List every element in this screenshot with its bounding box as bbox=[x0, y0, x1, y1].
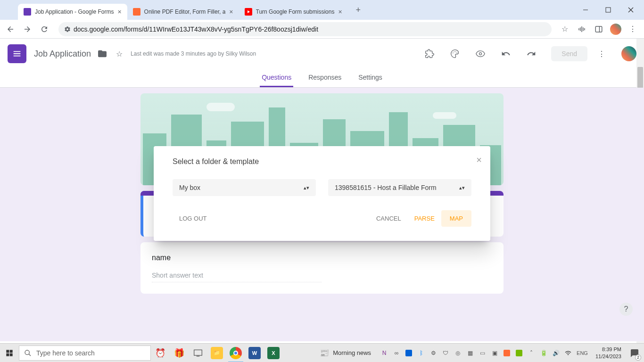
taskbar-search[interactable]: Type here to search bbox=[19, 346, 151, 361]
start-button[interactable] bbox=[0, 344, 19, 362]
bookmark-star-icon[interactable]: ☆ bbox=[559, 24, 570, 35]
template-select-value: 1398581615 - Host a Fillable Form bbox=[335, 184, 437, 191]
modal-title: Select a folder & template bbox=[173, 157, 471, 166]
chrome-menu-icon[interactable]: ⋮ bbox=[627, 24, 638, 35]
svg-point-8 bbox=[455, 51, 456, 52]
tray-icon[interactable]: ◎ bbox=[454, 349, 462, 357]
tray-icon[interactable] bbox=[503, 349, 511, 357]
redo-icon[interactable] bbox=[526, 48, 537, 59]
language-indicator[interactable]: ENG bbox=[577, 349, 588, 357]
account-avatar[interactable] bbox=[621, 46, 636, 61]
bluetooth-icon[interactable]: ᛒ bbox=[417, 349, 425, 357]
tray-chevron-up-icon[interactable]: ˄ bbox=[528, 349, 535, 357]
tray-icon[interactable]: ▦ bbox=[466, 349, 474, 357]
tab-search-icon[interactable] bbox=[4, 3, 18, 17]
tab-title: Online PDF Editor, Form Filler, a bbox=[144, 8, 226, 15]
tab-responses[interactable]: Responses bbox=[306, 69, 343, 87]
browser-tab[interactable]: Online PDF Editor, Form Filler, a × bbox=[127, 4, 239, 20]
tray-box-icon[interactable] bbox=[405, 349, 413, 357]
tab-close-icon[interactable]: × bbox=[229, 8, 233, 16]
wifi-icon[interactable] bbox=[564, 349, 572, 357]
help-button[interactable]: ? bbox=[619, 303, 633, 316]
new-tab-button[interactable]: + bbox=[352, 3, 365, 16]
svg-rect-13 bbox=[6, 353, 9, 356]
forms-tabs: Questions Responses Settings bbox=[0, 69, 644, 88]
tab-close-icon[interactable]: × bbox=[338, 8, 342, 16]
file-explorer-icon[interactable]: 📁 bbox=[207, 344, 226, 362]
form-title[interactable]: Job Application bbox=[34, 49, 91, 59]
chrome-taskbar-icon[interactable] bbox=[226, 344, 245, 362]
parse-button[interactable]: PARSE bbox=[408, 211, 441, 226]
window-controls bbox=[580, 4, 640, 16]
windows-taskbar: Type here to search ⏰ 🎁 📁 W X 📰 Morning … bbox=[0, 343, 644, 362]
excel-taskbar-icon[interactable]: X bbox=[264, 344, 283, 362]
more-menu-icon[interactable]: ⋮ bbox=[596, 48, 607, 59]
browser-tab-active[interactable]: Job Application - Google Forms × bbox=[18, 4, 127, 20]
date-text: 11/24/2023 bbox=[595, 353, 621, 360]
svg-point-9 bbox=[457, 53, 458, 54]
news-widget[interactable]: 📰 Morning news bbox=[314, 348, 377, 357]
google-forms-logo[interactable] bbox=[8, 44, 26, 63]
reload-button[interactable] bbox=[38, 23, 51, 36]
folder-select-value: My box bbox=[179, 184, 200, 191]
addons-icon[interactable] bbox=[424, 48, 435, 59]
tray-icon[interactable] bbox=[515, 349, 523, 357]
move-folder-icon[interactable] bbox=[97, 48, 108, 59]
modal-close-icon[interactable]: × bbox=[476, 155, 482, 165]
tray-icon[interactable]: N bbox=[380, 349, 388, 357]
address-bar[interactable]: docs.google.com/forms/d/11WIrwEo13JT43wX… bbox=[58, 22, 552, 36]
star-icon[interactable]: ☆ bbox=[114, 48, 125, 59]
taskbar-app-icon[interactable]: 🎁 bbox=[170, 344, 189, 362]
browser-tab[interactable]: Turn Google Form submissions × bbox=[239, 4, 348, 20]
cancel-button[interactable]: CANCEL bbox=[370, 211, 408, 226]
side-panel-icon[interactable] bbox=[593, 24, 604, 35]
question-title[interactable]: name bbox=[152, 254, 492, 262]
task-view-button[interactable] bbox=[189, 344, 207, 362]
folder-select[interactable]: My box ▴▾ bbox=[173, 179, 316, 196]
profile-avatar[interactable] bbox=[610, 24, 621, 35]
news-label: Morning news bbox=[333, 349, 371, 356]
url-text: docs.google.com/forms/d/11WIrwEo13JT43wX… bbox=[74, 25, 318, 33]
notification-badge: 2 bbox=[635, 354, 641, 361]
notification-center-button[interactable]: 2 bbox=[625, 344, 644, 362]
logout-button[interactable]: LOG OUT bbox=[173, 211, 214, 226]
tray-icon[interactable]: ⚙ bbox=[429, 349, 437, 357]
tray-icon[interactable]: ▣ bbox=[491, 349, 498, 357]
volume-icon[interactable]: 🔊 bbox=[552, 349, 560, 357]
minimize-button[interactable] bbox=[580, 4, 591, 16]
maximize-button[interactable] bbox=[603, 4, 614, 16]
preview-icon[interactable] bbox=[475, 48, 486, 59]
svg-point-15 bbox=[25, 350, 29, 354]
tray-icon[interactable]: ▭ bbox=[479, 349, 486, 357]
question-card[interactable]: name Short answer text bbox=[140, 242, 504, 294]
back-button[interactable] bbox=[4, 23, 17, 36]
svg-rect-12 bbox=[10, 350, 13, 353]
send-button[interactable]: Send bbox=[551, 46, 587, 61]
site-settings-icon[interactable] bbox=[64, 26, 71, 33]
clock[interactable]: 8:39 PM 11/24/2023 bbox=[592, 346, 625, 360]
system-tray: N ∞ ᛒ ⚙ 🛡 ◎ ▦ ▭ ▣ ˄ 🔋 🔊 ENG bbox=[377, 349, 592, 357]
template-select[interactable]: 1398581615 - Host a Fillable Form ▴▾ bbox=[328, 179, 471, 196]
svg-rect-1 bbox=[606, 8, 611, 12]
taskbar-app-icon[interactable]: ⏰ bbox=[151, 344, 170, 362]
tab-settings[interactable]: Settings bbox=[356, 69, 384, 87]
battery-icon[interactable]: 🔋 bbox=[540, 349, 547, 357]
theme-icon[interactable] bbox=[449, 48, 461, 59]
favicon-pdf-icon bbox=[133, 8, 140, 16]
undo-icon[interactable] bbox=[500, 48, 512, 59]
svg-rect-14 bbox=[10, 353, 13, 356]
svg-point-10 bbox=[479, 53, 482, 55]
forward-button[interactable] bbox=[21, 23, 34, 36]
tab-close-icon[interactable]: × bbox=[117, 8, 121, 16]
search-placeholder: Type here to search bbox=[36, 349, 95, 357]
close-window-button[interactable] bbox=[625, 4, 636, 16]
tray-icon[interactable]: ∞ bbox=[393, 349, 400, 357]
tab-questions[interactable]: Questions bbox=[260, 69, 293, 87]
edit-history-text[interactable]: Last edit was made 3 minutes ago by Silk… bbox=[131, 50, 256, 58]
time-text: 8:39 PM bbox=[595, 346, 621, 353]
forms-header: Job Application ☆ Last edit was made 3 m… bbox=[0, 39, 644, 69]
security-icon[interactable]: 🛡 bbox=[442, 349, 449, 357]
map-button[interactable]: MAP bbox=[441, 210, 471, 227]
word-taskbar-icon[interactable]: W bbox=[245, 344, 264, 362]
media-control-icon[interactable] bbox=[576, 24, 587, 35]
